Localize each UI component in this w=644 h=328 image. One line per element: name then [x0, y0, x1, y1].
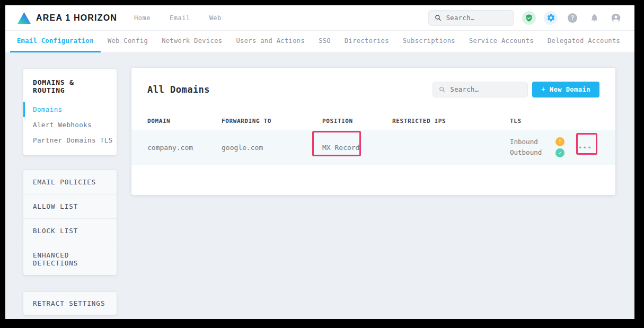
- column-header-forwarding-to: FORWARDING TO: [222, 118, 322, 125]
- nav-item-web[interactable]: Web: [209, 14, 222, 22]
- settings-gear-icon: [546, 13, 555, 22]
- config-tabs: Email Configuration Web Config Network D…: [5, 31, 634, 53]
- sidebar-item-allow-list[interactable]: ALLOW LIST: [23, 194, 117, 219]
- tls-labels: Inbound Outbound: [510, 137, 554, 158]
- tab-directories[interactable]: Directories: [338, 31, 396, 52]
- tab-network-devices[interactable]: Network Devices: [155, 31, 229, 52]
- sidebar: DOMAINS & ROUTING Domains Alert Webhooks…: [23, 69, 117, 315]
- help-icon: ?: [568, 13, 577, 23]
- tab-email-configuration[interactable]: Email Configuration: [10, 31, 101, 52]
- notifications-bell-icon: [590, 13, 599, 22]
- sidebar-item-alert-webhooks[interactable]: Alert Webhooks: [23, 117, 117, 132]
- nav-item-email[interactable]: Email: [170, 14, 190, 22]
- policies-card: EMAIL POLICIES ALLOW LIST BLOCK LIST ENH…: [23, 170, 117, 275]
- domains-routing-card: DOMAINS & ROUTING Domains Alert Webhooks…: [23, 69, 117, 155]
- sidebar-item-partner-domains-tls[interactable]: Partner Domains TLS: [23, 132, 117, 148]
- column-header-tls: TLS: [510, 118, 615, 125]
- tab-delegated-accounts[interactable]: Delegated Accounts: [541, 31, 627, 52]
- new-domain-button[interactable]: + New Domain: [532, 82, 599, 97]
- topbar: AREA 1 HORIZON Home Email Web: [5, 5, 634, 31]
- notifications-button[interactable]: [587, 11, 601, 25]
- global-search-input[interactable]: [446, 14, 508, 22]
- account-icon: [611, 13, 621, 23]
- app-window: AREA 1 HORIZON Home Email Web: [5, 5, 634, 319]
- tls-outbound-label: Outbound: [510, 147, 554, 158]
- topbar-actions: ?: [428, 10, 623, 26]
- sidebar-item-enhanced-detections[interactable]: ENHANCED DETECTIONS: [23, 243, 117, 275]
- logo-triangle-icon: [17, 12, 31, 24]
- all-domains-panel: All Domains + New Domain DOMAIN FORWARDI…: [131, 68, 615, 195]
- shield-check-icon: [525, 14, 533, 22]
- tab-sso[interactable]: SSO: [312, 31, 338, 52]
- search-icon: [439, 86, 445, 93]
- sidebar-item-domains[interactable]: Domains: [23, 102, 117, 117]
- cell-tls: Inbound Outbound ! ✓ •••: [510, 137, 615, 158]
- domains-routing-title: DOMAINS & ROUTING: [23, 78, 117, 94]
- tab-web-config[interactable]: Web Config: [101, 31, 155, 52]
- sidebar-item-email-policies[interactable]: EMAIL POLICIES: [23, 170, 117, 194]
- account-button[interactable]: [609, 11, 623, 25]
- sidebar-item-block-list[interactable]: BLOCK LIST: [23, 219, 117, 243]
- page-title: All Domains: [147, 84, 210, 95]
- table-row: company.com google.com MX Record Inbound…: [131, 130, 615, 165]
- panel-header: All Domains + New Domain: [131, 68, 615, 97]
- tab-users-and-actions[interactable]: Users and Actions: [230, 31, 312, 52]
- security-status-button[interactable]: [522, 11, 536, 25]
- cell-forwarding-to: google.com: [222, 144, 322, 152]
- row-actions-menu-button[interactable]: •••: [578, 144, 592, 152]
- brand: AREA 1 HORIZON: [17, 12, 117, 24]
- search-icon: [435, 14, 442, 22]
- domain-search-input[interactable]: [450, 86, 522, 93]
- help-button[interactable]: ?: [566, 11, 579, 25]
- table-header: DOMAIN FORWARDING TO POSITION RESTRICTED…: [131, 118, 615, 125]
- tls-outbound-ok-icon: ✓: [555, 148, 564, 157]
- settings-button[interactable]: [544, 11, 558, 25]
- column-header-position: POSITION: [322, 118, 392, 125]
- tab-subscriptions[interactable]: Subscriptions: [396, 31, 462, 52]
- panel-actions: + New Domain: [433, 82, 599, 97]
- cell-position: MX Record: [322, 144, 392, 152]
- global-search: [428, 10, 514, 26]
- nav-item-home[interactable]: Home: [134, 14, 151, 22]
- tls-inbound-label: Inbound: [510, 137, 554, 147]
- top-nav: Home Email Web: [134, 14, 222, 22]
- tab-service-accounts[interactable]: Service Accounts: [462, 31, 541, 52]
- column-header-domain: DOMAIN: [147, 118, 222, 125]
- column-header-restricted-ips: RESTRICTED IPS: [392, 118, 510, 125]
- cell-domain: company.com: [147, 144, 222, 152]
- tls-status-icons: ! ✓: [555, 137, 564, 157]
- tls-inbound-warning-icon: !: [555, 137, 564, 146]
- brand-name: AREA 1 HORIZON: [36, 13, 117, 23]
- sidebar-item-retract-settings[interactable]: RETRACT SETTINGS: [23, 292, 117, 315]
- content-area: DOMAINS & ROUTING Domains Alert Webhooks…: [5, 53, 634, 318]
- domain-search: [433, 82, 528, 97]
